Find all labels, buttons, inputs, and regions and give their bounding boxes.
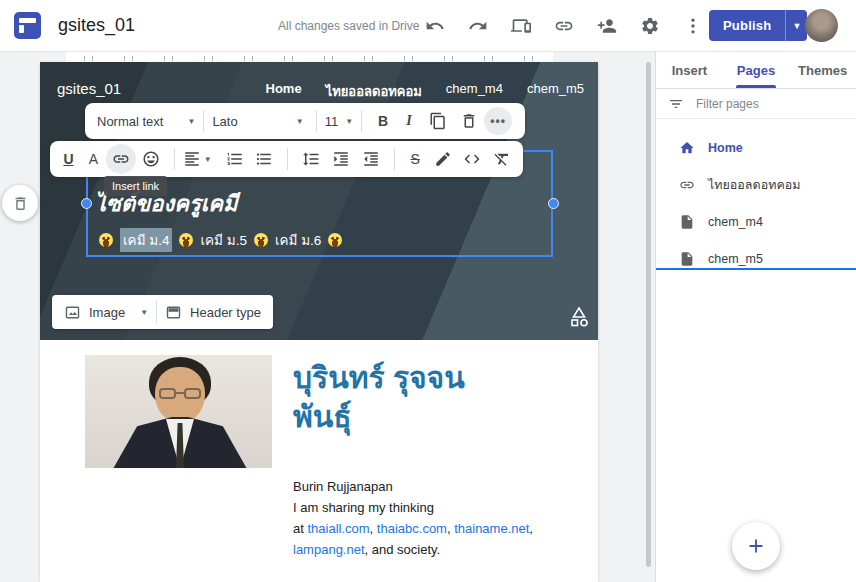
chip-chem-m4-selected[interactable]: เคมี ม.4 bbox=[120, 228, 172, 252]
profile-heading[interactable]: บุรินทร์ รุจจน พันธุ์ bbox=[293, 358, 465, 436]
text-format-toolbar: U A ▼ bbox=[50, 141, 523, 177]
section-layout-icon[interactable] bbox=[568, 306, 590, 328]
sidebar-item-chem-m4[interactable]: chem_m4 bbox=[656, 203, 856, 240]
more-vertical-icon[interactable] bbox=[682, 15, 704, 37]
top-app-bar: gsites_01 All changes saved in Drive bbox=[0, 0, 856, 52]
link-thainame[interactable]: thainame.net bbox=[454, 521, 529, 536]
indent-decrease-button[interactable] bbox=[356, 150, 386, 168]
sidebar-item-chem-m5[interactable]: chem_m5 bbox=[656, 240, 856, 277]
google-sites-editor: gsites_01 All changes saved in Drive bbox=[0, 0, 856, 582]
link-lampang[interactable]: lampang.net bbox=[293, 542, 365, 557]
tab-pages[interactable]: Pages bbox=[723, 52, 790, 88]
person-add-icon[interactable] bbox=[596, 15, 618, 37]
link-icon bbox=[679, 177, 695, 193]
devices-preview-icon[interactable] bbox=[510, 15, 532, 37]
underline-button[interactable]: U bbox=[56, 151, 81, 167]
filter-icon bbox=[668, 96, 684, 112]
chevron-down-icon: ▼ bbox=[345, 117, 353, 126]
strikethrough-button[interactable]: S bbox=[403, 151, 428, 167]
selection-handle-right[interactable] bbox=[548, 198, 559, 209]
line-spacing-button[interactable] bbox=[296, 150, 326, 168]
publish-button[interactable]: Publish ▼ bbox=[709, 10, 807, 41]
sidebar-item-home[interactable]: Home bbox=[656, 129, 856, 166]
nav-item-thaiall[interactable]: ไทยออลดอทคอม bbox=[326, 81, 422, 102]
settings-gear-icon[interactable] bbox=[639, 15, 661, 37]
add-icon bbox=[745, 535, 767, 557]
tab-insert[interactable]: Insert bbox=[656, 52, 723, 88]
font-size-dropdown[interactable]: 11 bbox=[325, 114, 339, 129]
code-button[interactable] bbox=[457, 150, 487, 168]
clear-format-button[interactable] bbox=[487, 150, 517, 168]
undo-icon[interactable] bbox=[424, 15, 446, 37]
sites-logo-icon[interactable] bbox=[14, 12, 41, 39]
drop-indicator-line bbox=[656, 268, 856, 270]
chip-chem-m5[interactable]: เคมี ม.5 bbox=[200, 229, 246, 251]
profile-heading-line1: บุรินทร์ รุจจน bbox=[293, 358, 465, 397]
align-left-icon bbox=[183, 150, 201, 168]
profile-line2: I am sharing my thinking bbox=[293, 500, 434, 515]
numbered-list-button[interactable] bbox=[220, 150, 250, 168]
more-options-button[interactable]: ••• bbox=[484, 107, 512, 135]
duplicate-button[interactable] bbox=[422, 112, 453, 130]
page-content-section: บุรินทร์ รุจจน พันธุ์ Burin RujjanapanI … bbox=[40, 340, 598, 582]
site-page: gsites_01 Home ไทยออลดอทคอม chem_m4 chem… bbox=[40, 62, 598, 582]
image-button-label: Image bbox=[89, 305, 125, 320]
page-label: Home bbox=[708, 141, 743, 155]
selection-handle-left[interactable] bbox=[81, 198, 92, 209]
editor-canvas: gsites_01 Home ไทยออลดอทคอม chem_m4 chem… bbox=[0, 52, 655, 582]
font-dropdown[interactable]: Lato bbox=[212, 114, 237, 129]
bulleted-list-icon bbox=[255, 150, 273, 168]
align-button[interactable]: ▼ bbox=[183, 150, 212, 168]
publish-label[interactable]: Publish bbox=[709, 10, 785, 41]
profile-heading-line2: พันธุ์ bbox=[293, 397, 465, 436]
banner-site-name[interactable]: gsites_01 bbox=[57, 80, 121, 97]
image-button[interactable]: Image ▼ bbox=[64, 304, 148, 321]
chevron-down-icon: ▼ bbox=[204, 155, 212, 164]
filter-pages-input[interactable] bbox=[696, 97, 816, 111]
duplicate-icon bbox=[429, 112, 447, 130]
copy-link-icon[interactable] bbox=[553, 15, 575, 37]
banner-buttons: Image ▼ Header type bbox=[52, 295, 273, 329]
bulleted-list-button[interactable] bbox=[249, 150, 279, 168]
nav-item-chem-m4[interactable]: chem_m4 bbox=[446, 81, 503, 102]
insert-link-button[interactable] bbox=[106, 144, 136, 174]
delete-text-button[interactable] bbox=[453, 112, 484, 130]
insert-link-tooltip: Insert link bbox=[104, 176, 167, 196]
chip-chem-m6[interactable]: เคมี ม.6 bbox=[275, 229, 321, 251]
profile-text[interactable]: Burin RujjanapanI am sharing my thinking… bbox=[293, 476, 533, 560]
sidebar-item-thaiall-link[interactable]: ไทยออลดอทคอม bbox=[656, 166, 856, 203]
line-spacing-icon bbox=[302, 150, 320, 168]
emoji-icon bbox=[142, 150, 160, 168]
pages-list: Home ไทยออลดอทคอม chem_m4 chem_m5 bbox=[656, 119, 856, 277]
trash-icon bbox=[12, 195, 29, 212]
profile-photo[interactable] bbox=[85, 355, 272, 468]
chevron-down-icon: ▼ bbox=[140, 308, 148, 317]
user-avatar[interactable] bbox=[805, 9, 838, 42]
header-type-button[interactable]: Header type bbox=[165, 304, 261, 321]
redo-icon[interactable] bbox=[467, 15, 489, 37]
text-color-button[interactable]: A bbox=[81, 151, 106, 167]
code-icon bbox=[463, 150, 481, 168]
chevron-down-icon: ▼ bbox=[187, 117, 195, 126]
pen-button[interactable] bbox=[428, 150, 458, 168]
insert-emoji-button[interactable] bbox=[136, 150, 166, 168]
right-sidebar: Insert Pages Themes Home ไทยออลดอทคอม ch… bbox=[655, 52, 856, 582]
tab-themes[interactable]: Themes bbox=[789, 52, 856, 88]
bold-button[interactable]: B bbox=[370, 113, 396, 129]
document-title[interactable]: gsites_01 bbox=[58, 15, 135, 36]
add-page-button[interactable] bbox=[732, 522, 780, 570]
paragraph-style-dropdown[interactable]: Normal text bbox=[97, 114, 163, 129]
banner-links-line: เคมี ม.4 เคมี ม.5 เคมี ม.6 bbox=[95, 228, 346, 252]
italic-button[interactable]: I bbox=[396, 113, 422, 129]
nav-item-home[interactable]: Home bbox=[266, 81, 302, 102]
indent-increase-button[interactable] bbox=[326, 150, 356, 168]
link-thaiabc[interactable]: thaiabc.com bbox=[377, 521, 447, 536]
grin-emoji-icon bbox=[254, 233, 268, 247]
trash-icon bbox=[460, 112, 478, 130]
sidebar-tabs: Insert Pages Themes bbox=[656, 52, 856, 89]
link-thaiall[interactable]: thaiall.com bbox=[307, 521, 369, 536]
nav-item-chem-m5[interactable]: chem_m5 bbox=[527, 81, 584, 102]
chevron-down-icon: ▼ bbox=[296, 117, 304, 126]
delete-section-button[interactable] bbox=[2, 185, 38, 221]
canvas-scrollbar[interactable] bbox=[646, 62, 651, 567]
